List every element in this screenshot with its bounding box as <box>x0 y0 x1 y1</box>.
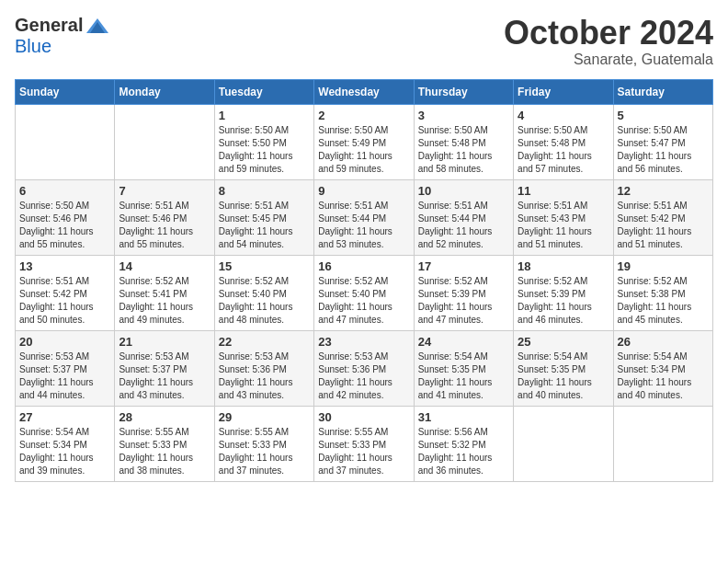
day-number: 12 <box>618 184 709 198</box>
day-cell-24: 24Sunrise: 5:54 AM Sunset: 5:35 PM Dayli… <box>414 330 513 406</box>
day-number: 22 <box>219 335 310 349</box>
day-cell-31: 31Sunrise: 5:56 AM Sunset: 5:32 PM Dayli… <box>414 406 513 481</box>
day-info: Sunrise: 5:51 AM Sunset: 5:46 PM Dayligh… <box>119 200 210 251</box>
logo: General Blue <box>15 15 110 57</box>
days-header-row: SundayMondayTuesdayWednesdayThursdayFrid… <box>16 79 713 104</box>
day-info: Sunrise: 5:52 AM Sunset: 5:38 PM Dayligh… <box>618 275 709 327</box>
day-info: Sunrise: 5:55 AM Sunset: 5:33 PM Dayligh… <box>219 426 310 477</box>
day-cell-21: 21Sunrise: 5:53 AM Sunset: 5:37 PM Dayli… <box>115 330 214 406</box>
day-info: Sunrise: 5:50 AM Sunset: 5:48 PM Dayligh… <box>518 124 609 176</box>
day-info: Sunrise: 5:50 AM Sunset: 5:50 PM Dayligh… <box>219 124 310 176</box>
day-info: Sunrise: 5:53 AM Sunset: 5:36 PM Dayligh… <box>318 350 409 402</box>
day-number: 5 <box>618 109 709 122</box>
week-row-5: 27Sunrise: 5:54 AM Sunset: 5:34 PM Dayli… <box>16 406 713 481</box>
day-info: Sunrise: 5:52 AM Sunset: 5:40 PM Dayligh… <box>219 275 310 327</box>
week-row-2: 6Sunrise: 5:50 AM Sunset: 5:46 PM Daylig… <box>16 179 713 255</box>
day-number: 2 <box>318 109 409 122</box>
day-number: 18 <box>518 259 609 273</box>
day-info: Sunrise: 5:54 AM Sunset: 5:35 PM Dayligh… <box>518 350 609 402</box>
day-info: Sunrise: 5:54 AM Sunset: 5:35 PM Dayligh… <box>418 350 509 402</box>
day-number: 21 <box>119 335 210 349</box>
day-number: 11 <box>518 184 609 198</box>
empty-cell <box>613 406 712 481</box>
day-info: Sunrise: 5:51 AM Sunset: 5:43 PM Dayligh… <box>518 200 609 251</box>
day-cell-18: 18Sunrise: 5:52 AM Sunset: 5:39 PM Dayli… <box>514 255 613 330</box>
day-cell-5: 5Sunrise: 5:50 AM Sunset: 5:47 PM Daylig… <box>613 104 712 179</box>
empty-cell <box>514 406 613 481</box>
day-info: Sunrise: 5:50 AM Sunset: 5:49 PM Dayligh… <box>318 124 409 176</box>
day-number: 15 <box>219 259 310 273</box>
day-info: Sunrise: 5:50 AM Sunset: 5:47 PM Dayligh… <box>618 124 709 176</box>
week-row-4: 20Sunrise: 5:53 AM Sunset: 5:37 PM Dayli… <box>16 330 713 406</box>
day-number: 14 <box>119 259 210 273</box>
day-number: 24 <box>418 335 509 349</box>
day-number: 19 <box>618 259 709 273</box>
day-cell-25: 25Sunrise: 5:54 AM Sunset: 5:35 PM Dayli… <box>514 330 613 406</box>
day-number: 7 <box>119 184 210 198</box>
day-cell-2: 2Sunrise: 5:50 AM Sunset: 5:49 PM Daylig… <box>314 104 414 179</box>
day-number: 27 <box>19 410 110 424</box>
day-cell-14: 14Sunrise: 5:52 AM Sunset: 5:41 PM Dayli… <box>115 255 214 330</box>
calendar-table: SundayMondayTuesdayWednesdayThursdayFrid… <box>15 79 713 482</box>
day-number: 8 <box>219 184 310 198</box>
empty-cell <box>16 104 115 179</box>
title-section: October 2024 Sanarate, Guatemala <box>504 15 713 68</box>
day-number: 6 <box>19 184 110 198</box>
day-info: Sunrise: 5:55 AM Sunset: 5:33 PM Dayligh… <box>119 426 210 477</box>
week-row-3: 13Sunrise: 5:51 AM Sunset: 5:42 PM Dayli… <box>16 255 713 330</box>
day-cell-30: 30Sunrise: 5:55 AM Sunset: 5:33 PM Dayli… <box>314 406 414 481</box>
day-number: 26 <box>618 335 709 349</box>
day-number: 1 <box>219 109 310 122</box>
day-cell-3: 3Sunrise: 5:50 AM Sunset: 5:48 PM Daylig… <box>414 104 513 179</box>
day-info: Sunrise: 5:52 AM Sunset: 5:39 PM Dayligh… <box>518 275 609 327</box>
day-cell-10: 10Sunrise: 5:51 AM Sunset: 5:44 PM Dayli… <box>414 179 513 255</box>
day-cell-8: 8Sunrise: 5:51 AM Sunset: 5:45 PM Daylig… <box>214 179 313 255</box>
day-info: Sunrise: 5:53 AM Sunset: 5:36 PM Dayligh… <box>219 350 310 402</box>
day-number: 30 <box>318 410 409 424</box>
day-info: Sunrise: 5:51 AM Sunset: 5:45 PM Dayligh… <box>219 200 310 251</box>
day-cell-12: 12Sunrise: 5:51 AM Sunset: 5:42 PM Dayli… <box>613 179 712 255</box>
week-row-1: 1Sunrise: 5:50 AM Sunset: 5:50 PM Daylig… <box>16 104 713 179</box>
day-cell-29: 29Sunrise: 5:55 AM Sunset: 5:33 PM Dayli… <box>214 406 313 481</box>
day-number: 3 <box>418 109 509 122</box>
day-number: 9 <box>318 184 409 198</box>
logo-icon <box>85 17 110 35</box>
day-info: Sunrise: 5:51 AM Sunset: 5:42 PM Dayligh… <box>618 200 709 251</box>
day-header-saturday: Saturday <box>613 79 712 104</box>
day-header-tuesday: Tuesday <box>214 79 313 104</box>
day-cell-26: 26Sunrise: 5:54 AM Sunset: 5:34 PM Dayli… <box>613 330 712 406</box>
day-header-sunday: Sunday <box>16 79 115 104</box>
day-cell-6: 6Sunrise: 5:50 AM Sunset: 5:46 PM Daylig… <box>16 179 115 255</box>
day-info: Sunrise: 5:51 AM Sunset: 5:44 PM Dayligh… <box>318 200 409 251</box>
day-info: Sunrise: 5:56 AM Sunset: 5:32 PM Dayligh… <box>418 426 509 477</box>
day-cell-23: 23Sunrise: 5:53 AM Sunset: 5:36 PM Dayli… <box>314 330 414 406</box>
day-header-wednesday: Wednesday <box>314 79 414 104</box>
day-info: Sunrise: 5:55 AM Sunset: 5:33 PM Dayligh… <box>318 426 409 477</box>
day-info: Sunrise: 5:53 AM Sunset: 5:37 PM Dayligh… <box>19 350 110 402</box>
day-info: Sunrise: 5:50 AM Sunset: 5:48 PM Dayligh… <box>418 124 509 176</box>
empty-cell <box>115 104 214 179</box>
day-cell-19: 19Sunrise: 5:52 AM Sunset: 5:38 PM Dayli… <box>613 255 712 330</box>
day-info: Sunrise: 5:52 AM Sunset: 5:40 PM Dayligh… <box>318 275 409 327</box>
day-info: Sunrise: 5:51 AM Sunset: 5:42 PM Dayligh… <box>19 275 110 327</box>
day-info: Sunrise: 5:50 AM Sunset: 5:46 PM Dayligh… <box>19 200 110 251</box>
logo-blue: Blue <box>15 36 51 57</box>
day-header-thursday: Thursday <box>414 79 513 104</box>
day-cell-16: 16Sunrise: 5:52 AM Sunset: 5:40 PM Dayli… <box>314 255 414 330</box>
day-number: 23 <box>318 335 409 349</box>
day-cell-11: 11Sunrise: 5:51 AM Sunset: 5:43 PM Dayli… <box>514 179 613 255</box>
day-cell-27: 27Sunrise: 5:54 AM Sunset: 5:34 PM Dayli… <box>16 406 115 481</box>
day-cell-13: 13Sunrise: 5:51 AM Sunset: 5:42 PM Dayli… <box>16 255 115 330</box>
day-number: 31 <box>418 410 509 424</box>
day-number: 10 <box>418 184 509 198</box>
day-header-monday: Monday <box>115 79 214 104</box>
page-header: General Blue October 2024 Sanarate, Guat… <box>15 15 713 68</box>
day-number: 4 <box>518 109 609 122</box>
day-number: 20 <box>19 335 110 349</box>
day-number: 16 <box>318 259 409 273</box>
day-info: Sunrise: 5:51 AM Sunset: 5:44 PM Dayligh… <box>418 200 509 251</box>
day-info: Sunrise: 5:54 AM Sunset: 5:34 PM Dayligh… <box>618 350 709 402</box>
day-number: 29 <box>219 410 310 424</box>
day-cell-28: 28Sunrise: 5:55 AM Sunset: 5:33 PM Dayli… <box>115 406 214 481</box>
location-subtitle: Sanarate, Guatemala <box>504 52 713 68</box>
